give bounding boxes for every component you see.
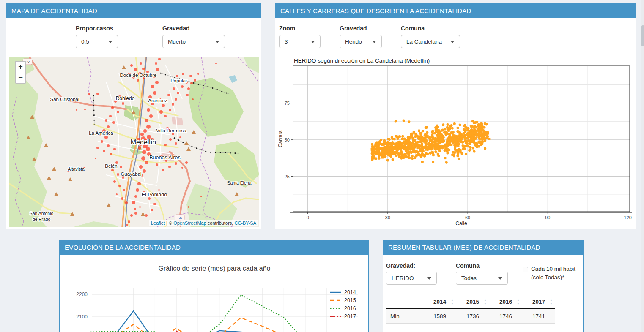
accident-dot[interactable] (190, 82, 193, 84)
ccbysa-link[interactable]: CC-BY-SA (234, 220, 256, 226)
accident-dot[interactable] (105, 119, 107, 122)
accident-dot[interactable] (134, 212, 137, 215)
accident-dot[interactable] (139, 206, 141, 208)
accident-dot[interactable] (137, 182, 141, 185)
accident-dot[interactable] (96, 93, 99, 95)
accident-dot[interactable] (104, 136, 108, 139)
accident-dot[interactable] (142, 150, 146, 154)
column-header-2016[interactable]: 2016▲▼ (489, 295, 522, 309)
sort-icon[interactable]: ▲▼ (484, 299, 487, 305)
accident-dot[interactable] (179, 136, 181, 138)
accident-dot[interactable] (125, 201, 128, 204)
accident-dot[interactable] (149, 114, 153, 118)
accident-dot[interactable] (143, 169, 146, 173)
accident-dot[interactable] (96, 147, 99, 149)
accident-dot[interactable] (139, 165, 143, 169)
accident-dot[interactable] (176, 75, 178, 77)
accident-dot[interactable] (175, 162, 177, 165)
accident-dot[interactable] (153, 203, 156, 205)
accident-dot[interactable] (122, 102, 124, 105)
accident-dot[interactable] (145, 119, 148, 122)
cada-10-mil-checkbox[interactable] (523, 267, 528, 272)
openstreetmap-link[interactable]: OpenStreetMap (173, 220, 206, 226)
accident-dot[interactable] (151, 85, 154, 88)
accident-dot[interactable] (140, 133, 144, 136)
propor-casos-select[interactable]: 0.5 (76, 35, 118, 48)
accident-dot[interactable] (155, 81, 159, 84)
accident-dot[interactable] (107, 144, 110, 147)
accident-dot[interactable] (200, 196, 202, 197)
accident-dot[interactable] (168, 166, 171, 168)
accident-dot[interactable] (130, 214, 133, 217)
accident-dot[interactable] (130, 64, 133, 67)
accident-dot[interactable] (134, 68, 137, 71)
accident-dot[interactable] (103, 150, 105, 152)
accident-dot[interactable] (145, 161, 148, 164)
accident-dot[interactable] (147, 108, 150, 112)
accident-dot[interactable] (151, 209, 153, 211)
accident-dot[interactable] (84, 109, 86, 110)
accident-dot[interactable] (172, 103, 174, 106)
accident-dot[interactable] (162, 104, 165, 107)
accident-dot[interactable] (159, 110, 163, 114)
accident-dot[interactable] (146, 147, 150, 151)
accident-dot[interactable] (142, 68, 145, 70)
accident-dot[interactable] (181, 85, 184, 88)
sort-icon[interactable]: ▲▼ (451, 299, 454, 305)
accident-dot[interactable] (132, 201, 135, 204)
accident-dot[interactable] (123, 189, 125, 191)
accident-dot[interactable] (111, 106, 114, 109)
zoom-out-button[interactable]: − (16, 72, 25, 83)
accident-dot[interactable] (156, 163, 158, 166)
accident-dot[interactable] (118, 185, 121, 187)
accident-dot[interactable] (136, 188, 139, 192)
gravedad-table-select[interactable]: HERIDO (386, 272, 437, 285)
accident-dot[interactable] (153, 91, 156, 95)
accident-dot[interactable] (113, 180, 116, 183)
accident-dot[interactable] (109, 115, 112, 117)
accident-dot[interactable] (141, 156, 145, 161)
leaflet-link[interactable]: Leaflet (151, 220, 165, 226)
accident-dot[interactable] (164, 144, 167, 146)
accident-dot[interactable] (182, 73, 184, 75)
accident-dot[interactable] (110, 153, 112, 155)
accident-dot[interactable] (138, 146, 141, 150)
scrollbar-thumb[interactable] (641, 25, 644, 46)
accident-dot[interactable] (175, 142, 177, 145)
leaflet-map[interactable]: 6256San CristóbalDoce de OctubrePopularR… (9, 57, 259, 227)
accident-dot[interactable] (162, 169, 164, 171)
gravedad-map-select[interactable]: Muerto (162, 35, 225, 48)
zoom-in-button[interactable]: + (16, 62, 25, 72)
accident-dot[interactable] (111, 169, 114, 171)
accident-dot[interactable] (164, 115, 167, 117)
accident-dot[interactable] (177, 92, 179, 94)
accident-dot[interactable] (167, 94, 170, 96)
accident-dot[interactable] (143, 129, 147, 133)
accident-dot[interactable] (134, 195, 137, 198)
accident-dot[interactable] (187, 87, 190, 90)
accident-dot[interactable] (169, 138, 172, 141)
accident-dot[interactable] (158, 189, 160, 191)
accident-dot[interactable] (120, 166, 122, 168)
accident-dot[interactable] (188, 206, 189, 208)
sort-icon[interactable]: ▲▼ (517, 299, 520, 305)
accident-dot[interactable] (107, 125, 110, 128)
accident-dot[interactable] (140, 62, 142, 65)
accident-dot[interactable] (194, 79, 196, 82)
accident-dot[interactable] (192, 98, 194, 100)
accident-dot[interactable] (156, 68, 159, 71)
accident-dot[interactable] (126, 224, 128, 226)
accident-dot[interactable] (155, 62, 157, 65)
accident-dot[interactable] (112, 121, 115, 124)
accident-dot[interactable] (128, 220, 130, 223)
column-header-2015[interactable]: 2015▲▼ (456, 295, 489, 309)
accident-dot[interactable] (117, 111, 119, 113)
accident-dot[interactable] (189, 75, 192, 77)
accident-dot[interactable] (116, 193, 118, 195)
accident-dot[interactable] (121, 197, 123, 200)
column-header-2014[interactable]: 2014▲▼ (423, 295, 456, 309)
accident-dot[interactable] (185, 161, 188, 164)
accident-dot[interactable] (95, 158, 96, 159)
accident-dot[interactable] (88, 93, 90, 95)
accident-dot[interactable] (113, 148, 116, 150)
